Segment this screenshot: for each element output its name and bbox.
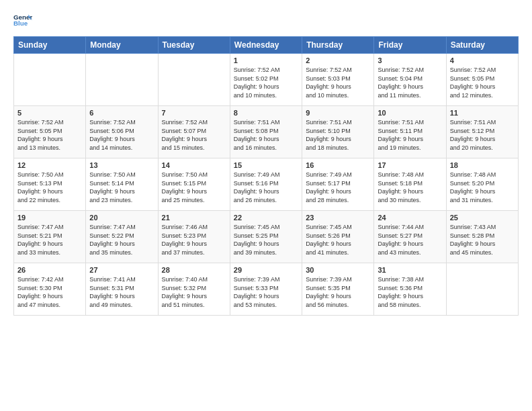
weekday-header-tuesday: Tuesday [158, 37, 230, 54]
day-number: 16 [306, 161, 370, 169]
day-info: Sunrise: 7:48 AM Sunset: 5:18 PM Dayligh… [378, 171, 442, 204]
day-number: 8 [234, 109, 298, 117]
weekday-header-saturday: Saturday [446, 37, 518, 54]
day-number: 15 [234, 161, 298, 169]
day-number: 29 [234, 266, 298, 274]
calendar-cell: 11Sunrise: 7:51 AM Sunset: 5:12 PM Dayli… [446, 106, 518, 158]
calendar-cell: 29Sunrise: 7:39 AM Sunset: 5:33 PM Dayli… [230, 263, 302, 316]
calendar-cell [86, 54, 158, 106]
calendar-cell: 19Sunrise: 7:47 AM Sunset: 5:21 PM Dayli… [14, 211, 86, 263]
calendar-week-2: 5Sunrise: 7:52 AM Sunset: 5:05 PM Daylig… [14, 106, 519, 158]
day-number: 5 [17, 109, 82, 117]
day-number: 3 [378, 56, 442, 64]
calendar-cell: 8Sunrise: 7:51 AM Sunset: 5:08 PM Daylig… [230, 106, 302, 158]
day-number: 26 [17, 266, 82, 274]
day-number: 17 [378, 161, 442, 169]
calendar-cell: 18Sunrise: 7:48 AM Sunset: 5:20 PM Dayli… [446, 158, 518, 211]
day-number: 20 [89, 214, 154, 222]
day-number: 30 [306, 266, 370, 274]
calendar-week-1: 1Sunrise: 7:52 AM Sunset: 5:02 PM Daylig… [14, 54, 519, 106]
calendar-cell: 20Sunrise: 7:47 AM Sunset: 5:22 PM Dayli… [86, 211, 158, 263]
calendar-cell: 21Sunrise: 7:46 AM Sunset: 5:23 PM Dayli… [158, 211, 230, 263]
weekday-header-friday: Friday [374, 37, 446, 54]
calendar-cell: 30Sunrise: 7:39 AM Sunset: 5:35 PM Dayli… [302, 263, 374, 316]
calendar-cell: 9Sunrise: 7:51 AM Sunset: 5:10 PM Daylig… [302, 106, 374, 158]
day-number: 28 [162, 266, 226, 274]
day-info: Sunrise: 7:50 AM Sunset: 5:13 PM Dayligh… [17, 171, 82, 204]
day-number: 12 [17, 161, 82, 169]
day-info: Sunrise: 7:52 AM Sunset: 5:07 PM Dayligh… [162, 118, 226, 152]
calendar-cell: 7Sunrise: 7:52 AM Sunset: 5:07 PM Daylig… [158, 106, 230, 158]
day-info: Sunrise: 7:38 AM Sunset: 5:36 PM Dayligh… [378, 275, 442, 309]
calendar-cell: 12Sunrise: 7:50 AM Sunset: 5:13 PM Dayli… [14, 158, 86, 211]
day-number: 23 [306, 214, 370, 222]
day-info: Sunrise: 7:49 AM Sunset: 5:17 PM Dayligh… [306, 171, 370, 204]
calendar-cell: 31Sunrise: 7:38 AM Sunset: 5:36 PM Dayli… [374, 263, 446, 316]
day-info: Sunrise: 7:49 AM Sunset: 5:16 PM Dayligh… [234, 171, 298, 204]
weekday-header-monday: Monday [86, 37, 158, 54]
day-info: Sunrise: 7:52 AM Sunset: 5:05 PM Dayligh… [17, 118, 82, 152]
day-info: Sunrise: 7:45 AM Sunset: 5:25 PM Dayligh… [234, 223, 298, 257]
day-number: 10 [378, 109, 442, 117]
day-info: Sunrise: 7:40 AM Sunset: 5:32 PM Dayligh… [162, 275, 226, 309]
day-info: Sunrise: 7:51 AM Sunset: 5:08 PM Dayligh… [234, 118, 298, 152]
logo: General Blue [13, 11, 32, 30]
calendar-cell [446, 263, 518, 316]
calendar-cell: 3Sunrise: 7:52 AM Sunset: 5:04 PM Daylig… [374, 54, 446, 106]
calendar-cell: 1Sunrise: 7:52 AM Sunset: 5:02 PM Daylig… [230, 54, 302, 106]
calendar-cell: 10Sunrise: 7:51 AM Sunset: 5:11 PM Dayli… [374, 106, 446, 158]
weekday-header-sunday: Sunday [14, 37, 86, 54]
calendar-cell: 23Sunrise: 7:45 AM Sunset: 5:26 PM Dayli… [302, 211, 374, 263]
page: General Blue SundayMondayTuesdayWednesda… [0, 0, 532, 411]
calendar-cell: 26Sunrise: 7:42 AM Sunset: 5:30 PM Dayli… [14, 263, 86, 316]
day-info: Sunrise: 7:47 AM Sunset: 5:22 PM Dayligh… [89, 223, 154, 257]
day-number: 9 [306, 109, 370, 117]
day-info: Sunrise: 7:51 AM Sunset: 5:12 PM Dayligh… [450, 118, 515, 152]
day-info: Sunrise: 7:48 AM Sunset: 5:20 PM Dayligh… [450, 171, 515, 204]
calendar-cell: 5Sunrise: 7:52 AM Sunset: 5:05 PM Daylig… [14, 106, 86, 158]
calendar-cell: 14Sunrise: 7:50 AM Sunset: 5:15 PM Dayli… [158, 158, 230, 211]
day-info: Sunrise: 7:50 AM Sunset: 5:14 PM Dayligh… [89, 171, 154, 204]
weekday-header-wednesday: Wednesday [230, 37, 302, 54]
day-info: Sunrise: 7:43 AM Sunset: 5:28 PM Dayligh… [450, 223, 515, 257]
day-number: 1 [234, 56, 298, 64]
svg-text:Blue: Blue [13, 19, 28, 27]
day-info: Sunrise: 7:45 AM Sunset: 5:26 PM Dayligh… [306, 223, 370, 257]
calendar-cell: 4Sunrise: 7:52 AM Sunset: 5:05 PM Daylig… [446, 54, 518, 106]
day-info: Sunrise: 7:52 AM Sunset: 5:04 PM Dayligh… [378, 66, 442, 99]
calendar-cell: 24Sunrise: 7:44 AM Sunset: 5:27 PM Dayli… [374, 211, 446, 263]
weekday-header-row: SundayMondayTuesdayWednesdayThursdayFrid… [14, 37, 519, 54]
day-number: 2 [306, 56, 370, 64]
day-info: Sunrise: 7:52 AM Sunset: 5:03 PM Dayligh… [306, 66, 370, 99]
day-number: 22 [234, 214, 298, 222]
calendar-week-3: 12Sunrise: 7:50 AM Sunset: 5:13 PM Dayli… [14, 158, 519, 211]
day-number: 21 [162, 214, 226, 222]
day-info: Sunrise: 7:46 AM Sunset: 5:23 PM Dayligh… [162, 223, 226, 257]
day-number: 4 [450, 56, 515, 64]
day-info: Sunrise: 7:51 AM Sunset: 5:10 PM Dayligh… [306, 118, 370, 152]
calendar-cell: 17Sunrise: 7:48 AM Sunset: 5:18 PM Dayli… [374, 158, 446, 211]
day-number: 14 [162, 161, 226, 169]
day-number: 19 [17, 214, 82, 222]
calendar-cell: 25Sunrise: 7:43 AM Sunset: 5:28 PM Dayli… [446, 211, 518, 263]
calendar-cell: 13Sunrise: 7:50 AM Sunset: 5:14 PM Dayli… [86, 158, 158, 211]
calendar-cell [14, 54, 86, 106]
weekday-header-thursday: Thursday [302, 37, 374, 54]
logo-icon: General Blue [13, 11, 32, 30]
calendar-table: SundayMondayTuesdayWednesdayThursdayFrid… [13, 36, 519, 316]
day-number: 7 [162, 109, 226, 117]
day-info: Sunrise: 7:52 AM Sunset: 5:05 PM Dayligh… [450, 66, 515, 99]
day-info: Sunrise: 7:52 AM Sunset: 5:02 PM Dayligh… [234, 66, 298, 99]
day-info: Sunrise: 7:50 AM Sunset: 5:15 PM Dayligh… [162, 171, 226, 204]
calendar-cell: 2Sunrise: 7:52 AM Sunset: 5:03 PM Daylig… [302, 54, 374, 106]
day-number: 24 [378, 214, 442, 222]
calendar-cell [158, 54, 230, 106]
calendar-cell: 28Sunrise: 7:40 AM Sunset: 5:32 PM Dayli… [158, 263, 230, 316]
day-info: Sunrise: 7:41 AM Sunset: 5:31 PM Dayligh… [89, 275, 154, 309]
day-info: Sunrise: 7:51 AM Sunset: 5:11 PM Dayligh… [378, 118, 442, 152]
day-number: 13 [89, 161, 154, 169]
day-number: 27 [89, 266, 154, 274]
day-info: Sunrise: 7:47 AM Sunset: 5:21 PM Dayligh… [17, 223, 82, 257]
day-number: 25 [450, 214, 515, 222]
day-info: Sunrise: 7:39 AM Sunset: 5:35 PM Dayligh… [306, 275, 370, 309]
